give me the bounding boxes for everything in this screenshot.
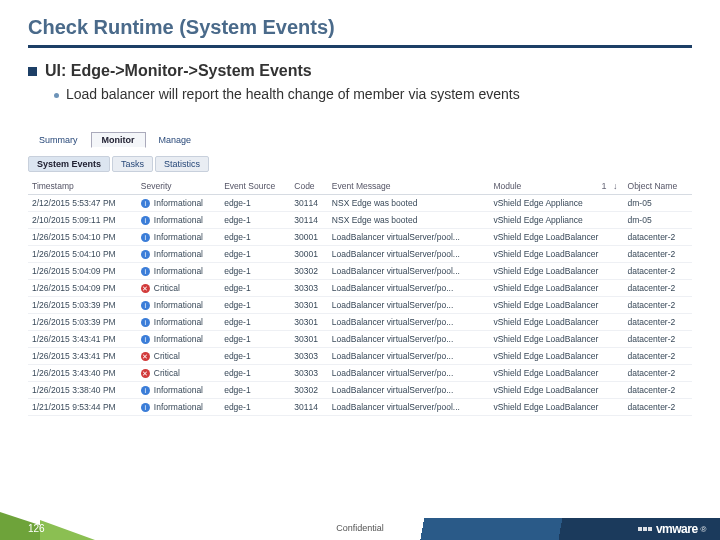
table-row[interactable]: 1/26/2015 3:43:40 PM✕Criticaledge-130303… xyxy=(28,365,692,382)
cell-module: vShield Edge LoadBalancer xyxy=(489,382,623,399)
cell-severity: iInformational xyxy=(137,263,220,280)
table-row[interactable]: 1/26/2015 5:04:10 PMiInformationaledge-1… xyxy=(28,246,692,263)
cell-event-message: LoadBalancer virtualServer/po... xyxy=(328,365,490,382)
severity-label: Informational xyxy=(154,249,203,259)
cell-timestamp: 1/26/2015 5:04:10 PM xyxy=(28,246,137,263)
cell-event-source: edge-1 xyxy=(220,399,290,416)
cell-module: vShield Edge Appliance xyxy=(489,212,623,229)
table-row[interactable]: 1/26/2015 5:04:09 PM✕Criticaledge-130303… xyxy=(28,280,692,297)
table-row[interactable]: 1/26/2015 5:03:39 PMiInformationaledge-1… xyxy=(28,314,692,331)
cell-code: 30114 xyxy=(290,399,328,416)
cell-event-message: LoadBalancer virtualServer/po... xyxy=(328,314,490,331)
cell-timestamp: 1/21/2015 9:53:44 PM xyxy=(28,399,137,416)
info-icon: i xyxy=(141,199,150,208)
col-event-source[interactable]: Event Source xyxy=(220,178,290,195)
cell-event-source: edge-1 xyxy=(220,365,290,382)
page-number: 126 xyxy=(28,523,45,534)
cell-object-name: datacenter-2 xyxy=(624,382,692,399)
severity-label: Informational xyxy=(154,402,203,412)
cell-event-message: NSX Edge was booted xyxy=(328,195,490,212)
col-module[interactable]: Module 1 ↓ xyxy=(489,178,623,195)
cell-module: vShield Edge LoadBalancer xyxy=(489,246,623,263)
info-icon: i xyxy=(141,250,150,259)
events-panel: Summary Monitor Manage System Events Tas… xyxy=(28,132,692,416)
cell-timestamp: 2/10/2015 5:09:11 PM xyxy=(28,212,137,229)
severity-label: Informational xyxy=(154,198,203,208)
table-row[interactable]: 1/26/2015 3:43:41 PMiInformationaledge-1… xyxy=(28,331,692,348)
subtab-statistics[interactable]: Statistics xyxy=(155,156,209,172)
table-row[interactable]: 2/12/2015 5:53:47 PMiInformationaledge-1… xyxy=(28,195,692,212)
info-icon: i xyxy=(141,233,150,242)
col-object-name[interactable]: Object Name xyxy=(624,178,692,195)
cell-code: 30001 xyxy=(290,229,328,246)
table-row[interactable]: 1/26/2015 5:03:39 PMiInformationaledge-1… xyxy=(28,297,692,314)
col-code[interactable]: Code xyxy=(290,178,328,195)
cell-module: vShield Edge LoadBalancer xyxy=(489,399,623,416)
cell-module: vShield Edge LoadBalancer xyxy=(489,280,623,297)
cell-severity: iInformational xyxy=(137,229,220,246)
cell-timestamp: 1/26/2015 3:38:40 PM xyxy=(28,382,137,399)
cell-event-source: edge-1 xyxy=(220,212,290,229)
cell-event-source: edge-1 xyxy=(220,263,290,280)
cell-code: 30303 xyxy=(290,348,328,365)
cell-module: vShield Edge LoadBalancer xyxy=(489,314,623,331)
subtab-tasks[interactable]: Tasks xyxy=(112,156,153,172)
cell-event-message: LoadBalancer virtualServer/pool... xyxy=(328,229,490,246)
info-icon: i xyxy=(141,403,150,412)
cell-object-name: datacenter-2 xyxy=(624,314,692,331)
cell-event-message: LoadBalancer virtualServer/po... xyxy=(328,382,490,399)
cell-event-source: edge-1 xyxy=(220,382,290,399)
info-icon: i xyxy=(141,386,150,395)
info-icon: i xyxy=(141,267,150,276)
cell-code: 30301 xyxy=(290,314,328,331)
tab-summary[interactable]: Summary xyxy=(28,132,89,148)
cell-code: 30302 xyxy=(290,382,328,399)
cell-module: vShield Edge Appliance xyxy=(489,195,623,212)
cell-object-name: datacenter-2 xyxy=(624,280,692,297)
cell-event-source: edge-1 xyxy=(220,246,290,263)
cell-event-message: LoadBalancer virtualServer/po... xyxy=(328,348,490,365)
tab-monitor[interactable]: Monitor xyxy=(91,132,146,148)
bullet-2-text: Load balancer will report the health cha… xyxy=(66,86,520,102)
cell-event-message: LoadBalancer virtualServer/pool... xyxy=(328,246,490,263)
cell-event-message: LoadBalancer virtualServer/pool... xyxy=(328,263,490,280)
slide-footer: 126 Confidential vmware® xyxy=(0,512,720,540)
top-tabs: Summary Monitor Manage xyxy=(28,132,692,148)
table-row[interactable]: 1/26/2015 5:04:09 PMiInformationaledge-1… xyxy=(28,263,692,280)
cell-severity: iInformational xyxy=(137,331,220,348)
cell-code: 30303 xyxy=(290,365,328,382)
col-event-message[interactable]: Event Message xyxy=(328,178,490,195)
table-row[interactable]: 2/10/2015 5:09:11 PMiInformationaledge-1… xyxy=(28,212,692,229)
severity-label: Critical xyxy=(154,368,180,378)
cell-severity: ✕Critical xyxy=(137,365,220,382)
severity-label: Informational xyxy=(154,232,203,242)
subtab-system-events[interactable]: System Events xyxy=(28,156,110,172)
severity-label: Informational xyxy=(154,266,203,276)
footer-triangle-light-icon xyxy=(40,520,95,540)
cell-object-name: datacenter-2 xyxy=(624,331,692,348)
table-row[interactable]: 1/21/2015 9:53:44 PMiInformationaledge-1… xyxy=(28,399,692,416)
cell-object-name: datacenter-2 xyxy=(624,399,692,416)
table-row[interactable]: 1/26/2015 3:38:40 PMiInformationaledge-1… xyxy=(28,382,692,399)
cell-object-name: datacenter-2 xyxy=(624,246,692,263)
sort-arrows-icon[interactable]: 1 ↓ xyxy=(602,181,620,191)
col-timestamp[interactable]: Timestamp xyxy=(28,178,137,195)
dot-bullet-icon xyxy=(54,93,59,98)
cell-code: 30114 xyxy=(290,212,328,229)
cell-event-message: LoadBalancer virtualServer/po... xyxy=(328,331,490,348)
info-icon: i xyxy=(141,318,150,327)
cell-code: 30303 xyxy=(290,280,328,297)
tab-manage[interactable]: Manage xyxy=(148,132,203,148)
cell-severity: iInformational xyxy=(137,399,220,416)
cell-timestamp: 1/26/2015 5:04:10 PM xyxy=(28,229,137,246)
table-row[interactable]: 1/26/2015 5:04:10 PMiInformationaledge-1… xyxy=(28,229,692,246)
cell-module: vShield Edge LoadBalancer xyxy=(489,348,623,365)
cell-severity: iInformational xyxy=(137,314,220,331)
logo-text: vmware xyxy=(656,522,698,536)
cell-object-name: dm-05 xyxy=(624,212,692,229)
bullet-1-text: UI: Edge->Monitor->System Events xyxy=(45,62,312,80)
table-row[interactable]: 1/26/2015 3:43:41 PM✕Criticaledge-130303… xyxy=(28,348,692,365)
col-severity[interactable]: Severity xyxy=(137,178,220,195)
cell-code: 30301 xyxy=(290,297,328,314)
cell-event-source: edge-1 xyxy=(220,280,290,297)
